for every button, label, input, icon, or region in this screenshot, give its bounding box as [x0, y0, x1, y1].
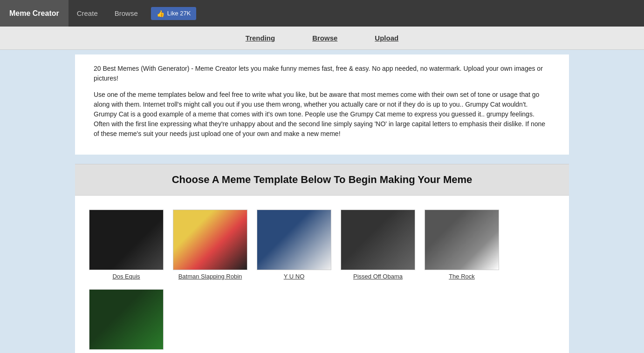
- meme-label-dos-equis: Dos Equis: [112, 273, 140, 280]
- nav-browse[interactable]: Browse: [106, 0, 146, 27]
- like-label: Like 27K: [167, 10, 191, 17]
- meme-img-obama: [341, 210, 415, 270]
- nav-create[interactable]: Create: [69, 0, 106, 27]
- meme-img-yuno: [257, 210, 331, 270]
- meme-item-dos-equis[interactable]: Dos Equis: [89, 210, 164, 280]
- thumb-icon: 👍: [157, 10, 164, 17]
- meme-img-evil-kermit: [89, 289, 164, 350]
- content-area: 20 Best Memes (With Generator) - Meme Cr…: [75, 54, 569, 155]
- subnav: Trending Browse Upload: [0, 27, 644, 50]
- meme-grid-row1: Dos EquisBatman Slapping RobinY U NOPiss…: [84, 210, 560, 353]
- meme-img-dos-equis: [89, 210, 164, 270]
- nav-brand: Meme Creator: [0, 0, 69, 27]
- meme-item-evil-kermit[interactable]: Evil Kermit: [89, 289, 164, 353]
- subnav-upload[interactable]: Upload: [375, 34, 398, 42]
- meme-label-batman: Batman Slapping Robin: [178, 273, 242, 280]
- meme-label-rock: The Rock: [449, 273, 475, 280]
- meme-grid-section: Dos EquisBatman Slapping RobinY U NOPiss…: [75, 196, 569, 353]
- intro-body: Use one of the meme templates below and …: [94, 90, 550, 139]
- subnav-trending[interactable]: Trending: [246, 34, 275, 42]
- meme-img-batman: [173, 210, 247, 270]
- meme-item-obama[interactable]: Pissed Off Obama: [341, 210, 415, 280]
- meme-item-yuno[interactable]: Y U NO: [257, 210, 331, 280]
- navbar: Meme Creator Create Browse 👍 Like 27K: [0, 0, 644, 27]
- subnav-browse[interactable]: Browse: [312, 34, 337, 42]
- meme-label-yuno: Y U NO: [284, 273, 305, 280]
- section-title: Choose A Meme Template Below To Begin Ma…: [84, 174, 560, 186]
- like-button[interactable]: 👍 Like 27K: [151, 7, 197, 20]
- meme-label-obama: Pissed Off Obama: [353, 273, 403, 280]
- meme-item-rock[interactable]: The Rock: [425, 210, 499, 280]
- meme-img-rock: [425, 210, 499, 270]
- section-header: Choose A Meme Template Below To Begin Ma…: [75, 164, 569, 196]
- meme-item-batman[interactable]: Batman Slapping Robin: [173, 210, 247, 280]
- intro-headline: 20 Best Memes (With Generator) - Meme Cr…: [94, 64, 550, 83]
